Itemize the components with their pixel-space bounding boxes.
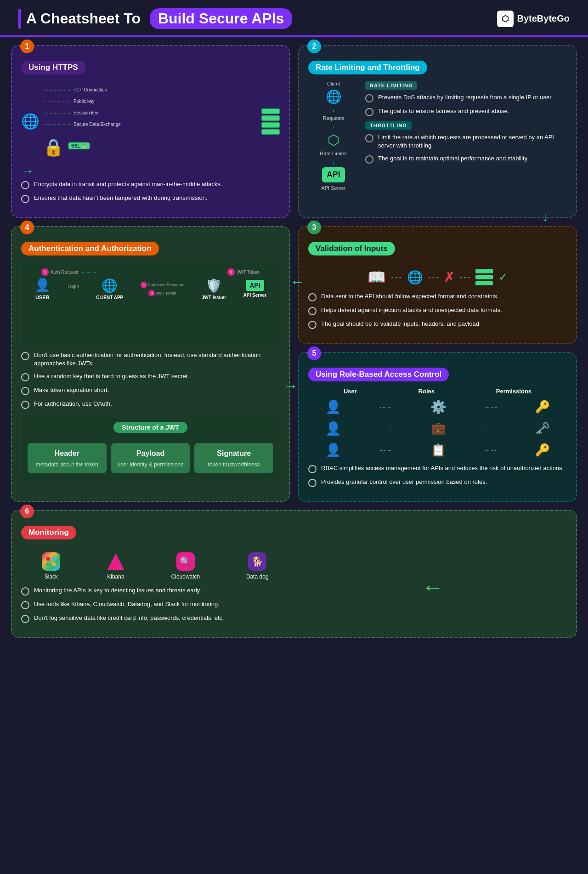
rbac-row-3: 👤 - - → 📋 ← - - 🔑 [308,443,567,458]
bullet-circle-2 [21,195,29,203]
globe-icon-left: 🌐 [21,113,40,130]
section-6-monitoring: 6 Monitoring [11,510,577,638]
throttle-bullet-text-1: Limit the rate at which requests are pro… [378,133,567,150]
validation-bullet-text-1: Data sent to the API should follow expec… [321,292,499,301]
api-server-label: API Server [243,293,267,298]
rbac-row-1: 👤 - - → ⚙️ ← - - 🔑 [308,399,567,414]
brand-name: ByteByteGo [517,13,570,24]
rbac-header-row: User Roles Permissions [308,388,567,395]
rbac-clipboard: 📋 [431,443,446,457]
login-arrow-label: Login [68,284,79,289]
section-2-title: Rate Limiting and Throttling [308,61,427,74]
rate-limiter-label: Rate Limiter [320,151,347,156]
throttle-bullet-1: Limit the rate at which requests are pro… [365,133,567,150]
section-4-title: Authentication and Authorization [21,242,159,255]
auth-step3-label: JWT Token [156,291,176,295]
section-2-arrow-down: ↓ [542,210,548,224]
page-header: A Cheatsheet To Build Secure APIs ⬡ Byte… [0,0,588,37]
rbac-key-blue: 🔑 [535,400,550,414]
rate-bullet-text-2: The goal is to ensure fairness and preve… [378,107,509,115]
validation-bullet-text-2: Helps defend against injection attacks a… [321,306,502,314]
auth-step2-label: JWT Token [237,270,260,275]
rbac-gear-1: ⚙️ [430,399,447,414]
svg-marker-4 [107,553,124,570]
validation-bullet-1: Data sent to the API should follow expec… [308,292,567,301]
jwt-header-desc: metadata about the token [32,461,102,469]
jwt-payload-cell: Payload user identity & permissions [111,443,190,473]
page-title-prefix: A Cheatsheet To [26,10,141,27]
throttling-badge: THROTTLING [365,121,412,130]
monitoring-bullet-2: Use tools like Kibana, Cloudwatch, Datad… [21,600,289,609]
jwt-structure-box: Structure of a JWT Header metadata about… [21,415,280,480]
svg-rect-0 [46,557,50,561]
section-2-rate-limiting: 2 Rate Limiting and Throttling Client 🌐 … [298,45,577,218]
securedata-label: Secure Data Exchange [74,122,121,127]
client-label: Client [327,81,340,86]
monitoring-bullet-1: Monitoring the APIs is key to detecting … [21,586,289,596]
requests-label: Requests [323,115,344,121]
client-globe-icon: 🌐 [102,278,118,293]
tool-slack-label: Slack [45,573,58,580]
tool-datadog: 🐕 Data dog [246,552,269,580]
api-badge: API [322,167,345,182]
tool-kibana-label: Kibana [107,573,124,580]
lock-icon: 🔒 [43,138,64,157]
step-3-badge: 3 [148,290,155,296]
auth-bullet-text-4: For authorization, use OAuth. [34,400,112,408]
tcp-label: TCP Connection [74,87,107,92]
brand-logo: ⬡ ByteByteGo [497,11,570,27]
tool-cloudwatch: 🔍 Cloudwatch [171,552,200,580]
accent-bar [18,9,21,29]
tcp-line: →→→→→→ TCP Connection [43,87,258,92]
step-4-badge: 4 [141,282,147,288]
user-label: USER [35,295,50,300]
client-app-actor: 🌐 CLIENT APP [96,278,123,300]
validation-globe-icon: 🌐 [407,270,423,284]
bullet-circle-1 [21,181,29,189]
section-5-rbac: 5 Using Role-Based Access Control User R… [298,352,577,502]
kibana-wrapper [107,552,125,571]
monitoring-bullet-text-1: Monitoring the APIs is key to detecting … [34,586,201,595]
monitoring-right: ← [299,546,567,628]
rate-section-layout: Client 🌐 ↓ Requests ↓ ⬡ Rate Limiter ↓ A… [308,81,567,191]
tool-cloudwatch-label: Cloudwatch [171,573,200,580]
section-4-number: 4 [20,221,34,234]
jwt-payload-desc: user identity & permissions [116,461,186,469]
securedata-line: ↔↔↔↔↔↔ Secure Data Exchange [43,122,258,127]
sessionkey-line: →→→→→→ Session key [43,110,258,115]
kibana-icon [107,552,125,571]
jwt-signature-cell: Signature token trustworthiness [194,443,273,473]
client-app-label: CLIENT APP [96,295,123,300]
monitoring-tools: Slack Kibana 🔍 Cloudwatch [21,552,289,580]
rbac-person-1: 👤 [325,399,341,414]
monitoring-bullet-3: Don't log sensitive data like credit car… [21,614,289,623]
rbac-bullet-text-1: RBAC simplifies access management for AP… [321,464,564,472]
https-connection-lines: →→→→→→ TCP Connection ←←←←←← Public key … [43,85,258,157]
section-1-title: Using HTTPS [21,61,85,74]
jwt-payload-title: Payload [116,449,186,458]
auth-diagram: 1 Auth Request → → → 2 JWT Token 👤 USER … [21,262,280,345]
section-1-number: 1 [20,40,34,53]
auth-bullet-text-1: Don't use basic authentication for authe… [34,351,280,368]
api-server-icon: API [246,280,264,291]
svg-rect-2 [46,562,50,566]
section-3-arrow-left: ← [290,273,305,290]
jwt-issuer-actor: 🛡️ JWT Issuer [202,278,226,300]
tool-slack: Slack [42,552,60,580]
api-server-actor: API API Server [243,280,267,298]
tool-datadog-label: Data dog [246,573,269,580]
https-bullet-text-2: Ensures that data hasn't been tampered w… [34,194,208,202]
rbac-col-roles: Roles [418,388,435,395]
rate-bullet-1: Prevents DoS attacks by limiting request… [365,93,567,102]
svg-rect-3 [52,562,56,566]
validation-bullet-3: The goal should be to validate inputs, h… [308,320,567,329]
sessionkey-label: Session key [74,110,98,115]
section-1-https: 1 Using HTTPS 🌐 →→→→→→ TCP Connection ←←… [11,45,290,218]
rate-content: RATE LIMITING Prevents DoS attacks by li… [365,81,567,191]
section-4-auth: 4 Authentication and Authorization 1 Aut… [11,226,290,502]
jwt-header-title: Header [32,449,102,458]
server-stack [261,108,280,135]
pubkey-line: ←←←←←← Public key [43,99,258,104]
jwt-grid: Header metadata about the token Payload … [28,443,273,473]
rbac-diagram: 👤 - - → ⚙️ ← - - 🔑 👤 - - → 💼 ← - - 🗝️ 👤 [308,399,567,458]
